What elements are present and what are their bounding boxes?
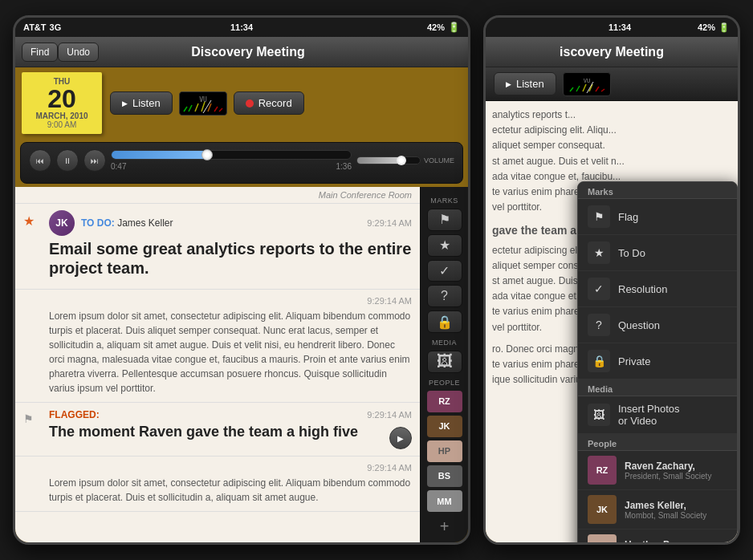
progress-thumb	[201, 149, 213, 160]
sidebar-add-btn[interactable]: +	[440, 517, 450, 536]
total-time: 1:36	[336, 162, 352, 171]
time-label: 11:34	[230, 22, 253, 32]
note-play-button[interactable]: ▶	[389, 427, 412, 449]
person-name-1: James Keller	[117, 217, 173, 229]
dropdown-insert-photo-item[interactable]: 🖼 Insert Photos or Video	[578, 396, 737, 434]
volume-area: VOLUME	[356, 156, 454, 164]
listen-label-right: Listen	[516, 78, 544, 90]
dropdown-media-label: Media	[578, 379, 737, 396]
sidebar-photo-btn[interactable]: 🖼	[427, 351, 462, 373]
people-info-hp: Heather Penner, Likes HeBrew, Small Soci…	[625, 539, 727, 543]
people-item-hp[interactable]: HP Heather Penner, Likes HeBrew, Small S…	[578, 530, 737, 542]
sidebar-lock-btn[interactable]: 🔒	[427, 310, 462, 333]
dropdown-flag-item[interactable]: ⚑ Flag	[578, 199, 737, 235]
sidebar-flag-btn[interactable]: ⚑	[427, 209, 462, 231]
dropdown-marks-label: Marks	[578, 182, 737, 199]
sidebar-avatar-rz[interactable]: RZ	[427, 391, 462, 412]
people-name-jk: James Keller,	[625, 500, 727, 511]
dropdown-photo-icon: 🖼	[588, 404, 610, 426]
record-label: Record	[258, 97, 292, 109]
date-toolbar-row: THU 20 MARCH, 2010 9:00 AM ▶ Listen VU	[15, 67, 468, 139]
dropdown-question-item[interactable]: ? Question	[578, 307, 737, 343]
people-sub-rz: President, Small Society	[625, 472, 727, 481]
no-marker-2	[23, 463, 43, 505]
people-avatar-hp: HP	[588, 534, 617, 542]
note-label-1: TO DO: James Keller	[81, 217, 360, 229]
people-section-label: People	[429, 379, 460, 387]
marks-section-label: Marks	[430, 197, 458, 205]
title-bar-right: iscovery Meeting	[486, 37, 738, 67]
pause-button[interactable]: ⏸	[56, 149, 79, 172]
listen-button[interactable]: ▶ Listen	[110, 91, 173, 115]
note-item-para2: 9:29:14 AM Lorem ipsum dolor sit amet, c…	[15, 457, 420, 512]
network-label: 3G	[50, 22, 62, 32]
dropdown-flag-label: Flag	[618, 211, 638, 223]
dropdown-insert-photo-label: Insert Photos or Video	[618, 403, 680, 427]
progress-area: 0:47 1:36	[111, 150, 352, 171]
battery-pct-right: 42%	[698, 22, 715, 32]
progress-fill	[112, 151, 207, 159]
dropdown-resolution-item[interactable]: ✓ Resolution	[578, 271, 737, 307]
people-info-rz: Raven Zachary, President, Small Society	[625, 461, 727, 481]
star-marker: ★	[23, 210, 43, 282]
note-body-3: FLAGGED: 9:29:14 AM The moment Raven gav…	[49, 409, 412, 449]
vu-meter-right: VU	[563, 72, 611, 96]
listen-button-right[interactable]: ▶ Listen	[494, 72, 556, 95]
dropdown-people-label: People	[578, 434, 737, 451]
notes-area: Main Conference Room ★ JK TO DO: James K…	[15, 187, 420, 542]
note-item-flagged: ⚑ FLAGGED: 9:29:14 AM The moment Raven g…	[15, 403, 420, 457]
note-body-2: 9:29:14 AM Lorem ipsum dolor sit amet, c…	[49, 296, 412, 396]
dropdown-flag-icon: ⚑	[588, 205, 610, 228]
record-dot-icon	[246, 99, 254, 108]
note-title-3: The moment Raven gave the team a high fi…	[49, 424, 383, 441]
date-number: 20	[47, 86, 76, 112]
current-time: 0:47	[111, 162, 126, 171]
status-bar-left: AT&T 3G 11:34 42% 🔋	[15, 18, 468, 37]
media-section-label: Media	[432, 339, 457, 347]
dropdown-todo-label: To Do	[618, 247, 645, 259]
sidebar-question-btn[interactable]: ?	[427, 285, 462, 307]
find-button[interactable]: Find	[22, 43, 58, 62]
dropdown-private-item[interactable]: 🔒 Private	[578, 343, 737, 379]
progress-bar[interactable]	[111, 150, 352, 160]
sidebar-check-btn[interactable]: ✓	[427, 260, 462, 282]
carrier-label: AT&T	[23, 22, 47, 32]
dropdown-check-icon: ✓	[588, 278, 610, 300]
people-name-hp: Heather Penner,	[625, 539, 727, 543]
no-marker-1	[23, 296, 43, 396]
toolbar-right: ▶ Listen VU	[486, 67, 738, 101]
ipad-right: 11:34 42% 🔋 iscovery Meeting ▶ Listen VU	[483, 15, 740, 545]
dropdown-todo-item[interactable]: ★ To Do	[578, 235, 737, 271]
note-body-1: JK TO DO: James Keller 9:29:14 AM Email …	[49, 210, 412, 282]
note-item-para1: 9:29:14 AM Lorem ipsum dolor sit amet, c…	[15, 290, 420, 403]
battery-pct-left: 42%	[427, 22, 445, 32]
note-label-3: FLAGGED:	[49, 409, 360, 420]
forward-button[interactable]: ⏭	[83, 149, 106, 172]
sidebar-avatar-hp[interactable]: HP	[427, 440, 462, 462]
sidebar-avatar-jk[interactable]: JK	[427, 416, 462, 437]
rewind-button[interactable]: ⏮	[29, 149, 51, 172]
people-item-rz[interactable]: RZ Raven Zachary, President, Small Socie…	[578, 451, 737, 490]
volume-label: VOLUME	[424, 156, 454, 164]
ipad-screen-left: Find Undo Discovery Meeting THU 20 MARCH…	[15, 37, 468, 542]
vu-meter: VU	[179, 91, 227, 116]
note-meta-3: FLAGGED: 9:29:14 AM	[49, 409, 412, 420]
record-button[interactable]: Record	[234, 91, 304, 115]
sidebar-avatar-bs[interactable]: BS	[427, 465, 462, 487]
sidebar-avatar-mm[interactable]: MM	[427, 490, 462, 512]
play-icon-listen: ▶	[122, 99, 128, 108]
dropdown-resolution-label: Resolution	[618, 283, 667, 295]
sidebar-star-btn[interactable]: ★	[427, 234, 462, 257]
people-item-jk[interactable]: JK James Keller, Mombot, Small Society	[578, 490, 737, 530]
volume-bar[interactable]	[356, 156, 421, 164]
note-meta-1: JK TO DO: James Keller 9:29:14 AM	[49, 210, 412, 236]
svg-text:VU: VU	[583, 78, 589, 84]
notes-header: Main Conference Room	[15, 187, 420, 204]
play-icon-listen-right: ▶	[506, 80, 511, 88]
dropdown-star-icon: ★	[588, 241, 610, 264]
sidebar-left: Marks ⚑ ★ ✓ ? 🔒 Media 🖼 People RZ JK HP …	[420, 187, 468, 542]
vu-meter-svg: VU	[181, 92, 226, 115]
volume-fill	[357, 157, 401, 164]
people-avatar-rz: RZ	[588, 456, 617, 485]
undo-button[interactable]: Undo	[58, 43, 99, 62]
